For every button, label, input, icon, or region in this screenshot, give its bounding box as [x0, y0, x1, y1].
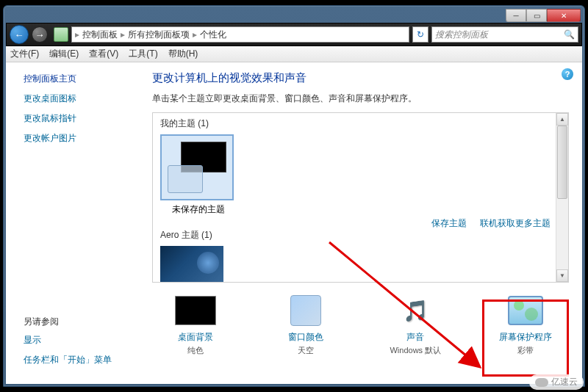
nav-forward-button[interactable]: →: [32, 26, 48, 43]
sound-sublabel: Windows 默认: [375, 345, 456, 356]
scroll-thumb[interactable]: [557, 126, 567, 199]
breadcrumb[interactable]: ▸ 控制面板 ▸ 所有控制面板项 ▸ 个性化: [71, 26, 409, 43]
titlebar: ─ ▭ ✕: [6, 8, 582, 23]
theme-actions: 保存主题 联机获取更多主题: [431, 217, 551, 230]
aero-themes-label: Aero 主题 (1): [160, 229, 561, 242]
control-panel-icon: [54, 27, 68, 42]
breadcrumb-item[interactable]: 控制面板: [82, 29, 118, 41]
menu-help[interactable]: 帮助(H): [168, 48, 198, 60]
minimize-button[interactable]: ─: [506, 9, 526, 22]
page-description: 单击某个主题立即更改桌面背景、窗口颜色、声音和屏幕保护程序。: [152, 92, 569, 105]
menu-file[interactable]: 文件(F): [10, 48, 39, 60]
theme-item-unsaved[interactable]: [160, 134, 234, 200]
theme-item-aero[interactable]: [160, 246, 223, 283]
menu-bar: 文件(F) 编辑(E) 查看(V) 工具(T) 帮助(H): [6, 46, 582, 62]
window-color-link[interactable]: 窗口颜色 天空: [265, 293, 346, 356]
sounds-link[interactable]: 🎵 声音 Windows 默认: [375, 293, 456, 356]
sidebar-link-mouse-pointers[interactable]: 更改鼠标指针: [24, 112, 135, 125]
theme-label: 未保存的主题: [160, 203, 237, 216]
bg-sublabel: 纯色: [155, 345, 236, 356]
color-label: 窗口颜色: [265, 331, 346, 344]
sidebar-home-link[interactable]: 控制面板主页: [24, 73, 135, 85]
window-color-icon: [290, 295, 321, 326]
sidebar-see-also-header: 另请参阅: [24, 316, 135, 328]
watermark: 亿速云: [529, 374, 584, 390]
color-sublabel: 天空: [265, 345, 346, 356]
chevron-right-icon: ▸: [193, 29, 197, 40]
search-input[interactable]: 搜索控制面板 🔍: [431, 26, 578, 43]
chevron-right-icon: ▸: [75, 29, 79, 40]
settings-row: 桌面背景 纯色 窗口颜色 天空 🎵 声音 Windows 默认 屏幕保护程序 彩…: [152, 283, 569, 356]
chevron-right-icon: ▸: [121, 29, 125, 40]
cloud-icon: [535, 378, 548, 387]
themes-listbox: 我的主题 (1) 未保存的主题 保存主题 联机获取更多主题 Aero 主题 (1…: [152, 112, 569, 283]
get-more-themes-link[interactable]: 联机获取更多主题: [480, 217, 551, 230]
sidebar-link-taskbar[interactable]: 任务栏和「开始」菜单: [24, 354, 135, 366]
nav-back-button[interactable]: ←: [10, 25, 29, 44]
close-button[interactable]: ✕: [547, 9, 581, 22]
ss-sublabel: 彩带: [485, 345, 566, 356]
theme-preview-window: [168, 165, 203, 193]
my-themes-label: 我的主题 (1): [160, 117, 561, 130]
navigation-bar: ← → ▸ 控制面板 ▸ 所有控制面板项 ▸ 个性化 ↻ 搜索控制面板 🔍: [6, 23, 582, 46]
help-icon[interactable]: ?: [562, 68, 573, 80]
breadcrumb-item[interactable]: 个性化: [200, 29, 226, 41]
ss-label: 屏幕保护程序: [485, 331, 566, 344]
watermark-text: 亿速云: [551, 376, 578, 388]
themes-scrollbar[interactable]: ▲ ▼: [556, 113, 568, 282]
bg-label: 桌面背景: [155, 331, 236, 344]
menu-edit[interactable]: 编辑(E): [49, 48, 79, 60]
sound-icon: 🎵: [403, 299, 429, 323]
content-area: 控制面板主页 更改桌面图标 更改鼠标指针 更改帐户图片 另请参阅 显示 任务栏和…: [6, 62, 582, 384]
sidebar: 控制面板主页 更改桌面图标 更改鼠标指针 更改帐户图片 另请参阅 显示 任务栏和…: [6, 62, 142, 384]
sidebar-link-desktop-icons[interactable]: 更改桌面图标: [24, 92, 135, 105]
search-icon[interactable]: 🔍: [564, 29, 575, 40]
sidebar-link-display[interactable]: 显示: [24, 334, 135, 346]
scroll-up-button[interactable]: ▲: [556, 113, 568, 126]
page-title: 更改计算机上的视觉效果和声音: [152, 71, 569, 85]
screensaver-link[interactable]: 屏幕保护程序 彩带: [485, 293, 566, 356]
window-frame: ─ ▭ ✕ ← → ▸ 控制面板 ▸ 所有控制面板项 ▸ 个性化 ↻ 搜索控制面…: [3, 5, 585, 387]
menu-tools[interactable]: 工具(T): [129, 48, 157, 60]
scroll-down-button[interactable]: ▼: [556, 269, 568, 282]
desktop-background-icon: [175, 296, 216, 325]
main-panel: ? 更改计算机上的视觉效果和声音 单击某个主题立即更改桌面背景、窗口颜色、声音和…: [142, 62, 582, 384]
sidebar-link-account-picture[interactable]: 更改帐户图片: [24, 132, 135, 145]
window-controls: ─ ▭ ✕: [506, 9, 581, 22]
desktop-background-link[interactable]: 桌面背景 纯色: [155, 293, 236, 356]
screensaver-icon: [508, 296, 543, 325]
refresh-button[interactable]: ↻: [412, 26, 429, 43]
search-placeholder: 搜索控制面板: [435, 29, 488, 41]
menu-view[interactable]: 查看(V): [89, 48, 118, 60]
save-theme-link[interactable]: 保存主题: [431, 217, 467, 230]
sound-label: 声音: [375, 331, 456, 344]
breadcrumb-item[interactable]: 所有控制面板项: [128, 29, 190, 41]
maximize-button[interactable]: ▭: [526, 9, 547, 22]
